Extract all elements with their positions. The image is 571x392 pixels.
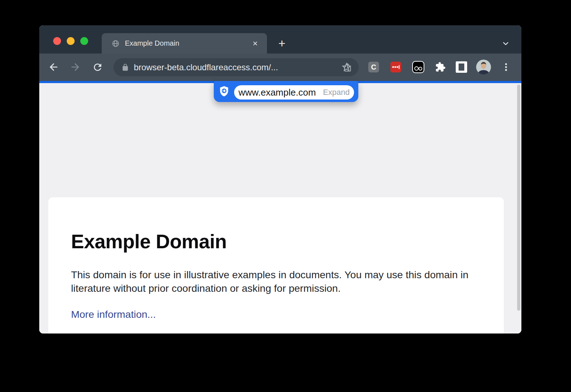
tab-example-domain[interactable]: Example Domain × <box>102 33 267 54</box>
password-manager-icon[interactable] <box>390 62 401 72</box>
bookmark-star-icon[interactable] <box>339 60 354 75</box>
lock-icon <box>121 63 129 71</box>
page-title: Example Domain <box>48 197 504 253</box>
reload-button[interactable] <box>90 60 105 75</box>
back-button[interactable] <box>46 60 61 75</box>
puzzle-icon[interactable] <box>434 61 447 73</box>
window-minimize-button[interactable] <box>67 37 75 45</box>
isolation-domain-pill[interactable]: www.example.com Expand <box>234 85 354 100</box>
browser-window: Example Domain × + <box>39 25 521 334</box>
tab-strip: Example Domain × + <box>39 25 521 54</box>
profile-avatar[interactable] <box>476 60 491 75</box>
chevron-down-icon[interactable] <box>499 37 512 50</box>
close-icon[interactable]: × <box>250 38 261 49</box>
window-close-button[interactable] <box>53 37 61 45</box>
page-viewport: Example Domain This domain is for use in… <box>39 83 521 334</box>
content-card: Example Domain This domain is for use in… <box>48 197 504 334</box>
isolation-banner: www.example.com Expand <box>214 81 358 102</box>
side-panel-icon-inner <box>459 63 464 71</box>
url-text: browser-beta.cloudflareaccess.com/... <box>134 62 342 72</box>
address-bar[interactable]: browser-beta.cloudflareaccess.com/... <box>113 58 359 76</box>
camera-extension-icon[interactable] <box>412 61 424 73</box>
globe-favicon-icon <box>112 40 120 47</box>
kebab-menu-icon[interactable] <box>500 60 512 74</box>
scrollbar-thumb[interactable] <box>517 85 520 311</box>
c-extension-icon[interactable]: C <box>368 62 379 72</box>
toolbar: browser-beta.cloudflareaccess.com/... C <box>39 54 521 81</box>
page-paragraph: This domain is for use in illustrative e… <box>71 268 481 295</box>
window-zoom-button[interactable] <box>80 37 88 45</box>
shield-arrow-icon <box>219 86 229 97</box>
tab-title: Example Domain <box>125 39 250 47</box>
new-tab-button[interactable]: + <box>276 37 288 50</box>
side-panel-icon[interactable] <box>456 61 467 73</box>
forward-button[interactable] <box>68 60 83 75</box>
isolated-domain-text: www.example.com <box>238 87 316 98</box>
expand-button[interactable]: Expand <box>323 88 350 97</box>
more-information-link[interactable]: More information... <box>71 309 156 320</box>
